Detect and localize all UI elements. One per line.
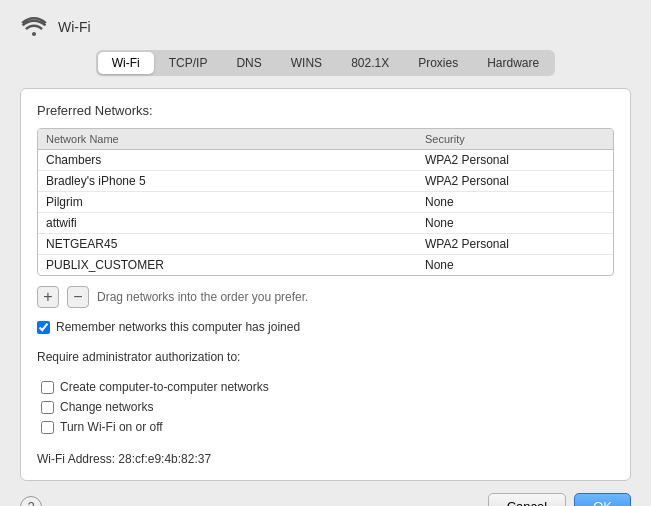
tab-dns[interactable]: DNS <box>222 52 275 74</box>
network-security: WPA2 Personal <box>425 153 605 167</box>
wifi-address-value: 28:cf:e9:4b:82:37 <box>118 452 211 466</box>
remove-network-button[interactable]: − <box>67 286 89 308</box>
remember-networks-row: Remember networks this computer has join… <box>37 320 614 334</box>
network-name: attwifi <box>46 216 425 230</box>
col-header-security: Security <box>425 133 605 145</box>
preferred-networks-label: Preferred Networks: <box>37 103 614 118</box>
table-header: Network Name Security <box>38 129 613 150</box>
add-network-button[interactable]: + <box>37 286 59 308</box>
admin-options-group: Create computer-to-computer networks Cha… <box>41 378 614 434</box>
network-name: NETGEAR45 <box>46 237 425 251</box>
create-network-checkbox[interactable] <box>41 381 54 394</box>
drag-hint: Drag networks into the order you prefer. <box>97 290 308 304</box>
networks-table: Network Name Security Chambers WPA2 Pers… <box>37 128 614 276</box>
cancel-button[interactable]: Cancel <box>488 493 566 506</box>
remember-networks-label: Remember networks this computer has join… <box>56 320 300 334</box>
col-header-name: Network Name <box>46 133 425 145</box>
ok-button[interactable]: OK <box>574 493 631 506</box>
network-security: WPA2 Personal <box>425 237 605 251</box>
table-row[interactable]: Pilgrim None <box>38 192 613 213</box>
table-row[interactable]: Bradley's iPhone 5 WPA2 Personal <box>38 171 613 192</box>
tabs-bar: Wi-Fi TCP/IP DNS WINS 802.1X Proxies Har… <box>20 50 631 76</box>
turn-wifi-checkbox[interactable] <box>41 421 54 434</box>
network-name: PUBLIX_CUSTOMER <box>46 258 425 272</box>
turn-wifi-row: Turn Wi-Fi on or off <box>41 420 614 434</box>
network-security: None <box>425 258 605 272</box>
create-network-label: Create computer-to-computer networks <box>60 380 269 394</box>
tab-8021x[interactable]: 802.1X <box>337 52 403 74</box>
content-panel: Preferred Networks: Network Name Securit… <box>20 88 631 481</box>
create-network-row: Create computer-to-computer networks <box>41 380 614 394</box>
title-bar: Wi-Fi <box>0 0 651 50</box>
remember-networks-checkbox[interactable] <box>37 321 50 334</box>
table-row[interactable]: attwifi None <box>38 213 613 234</box>
wifi-address-row: Wi-Fi Address: 28:cf:e9:4b:82:37 <box>37 452 614 466</box>
change-networks-label: Change networks <box>60 400 153 414</box>
page-title: Wi-Fi <box>58 19 91 35</box>
tab-hardware[interactable]: Hardware <box>473 52 553 74</box>
network-name: Chambers <box>46 153 425 167</box>
table-row[interactable]: Chambers WPA2 Personal <box>38 150 613 171</box>
tabs-container: Wi-Fi TCP/IP DNS WINS 802.1X Proxies Har… <box>96 50 555 76</box>
table-row[interactable]: NETGEAR45 WPA2 Personal <box>38 234 613 255</box>
action-buttons: Cancel OK <box>488 493 631 506</box>
tab-proxies[interactable]: Proxies <box>404 52 472 74</box>
network-name: Pilgrim <box>46 195 425 209</box>
network-action-row: + − Drag networks into the order you pre… <box>37 286 614 308</box>
bottom-bar: ? Cancel OK <box>0 481 651 506</box>
tab-wins[interactable]: WINS <box>277 52 336 74</box>
wifi-icon <box>20 14 48 40</box>
require-admin-label: Require administrator authorization to: <box>37 350 614 364</box>
network-security: WPA2 Personal <box>425 174 605 188</box>
help-button[interactable]: ? <box>20 496 42 507</box>
wifi-address-label: Wi-Fi Address: <box>37 452 115 466</box>
turn-wifi-label: Turn Wi-Fi on or off <box>60 420 163 434</box>
network-security: None <box>425 195 605 209</box>
tab-wifi[interactable]: Wi-Fi <box>98 52 154 74</box>
change-networks-checkbox[interactable] <box>41 401 54 414</box>
table-row[interactable]: PUBLIX_CUSTOMER None <box>38 255 613 275</box>
network-name: Bradley's iPhone 5 <box>46 174 425 188</box>
network-security: None <box>425 216 605 230</box>
change-networks-row: Change networks <box>41 400 614 414</box>
table-body: Chambers WPA2 Personal Bradley's iPhone … <box>38 150 613 275</box>
tab-tcpip[interactable]: TCP/IP <box>155 52 222 74</box>
